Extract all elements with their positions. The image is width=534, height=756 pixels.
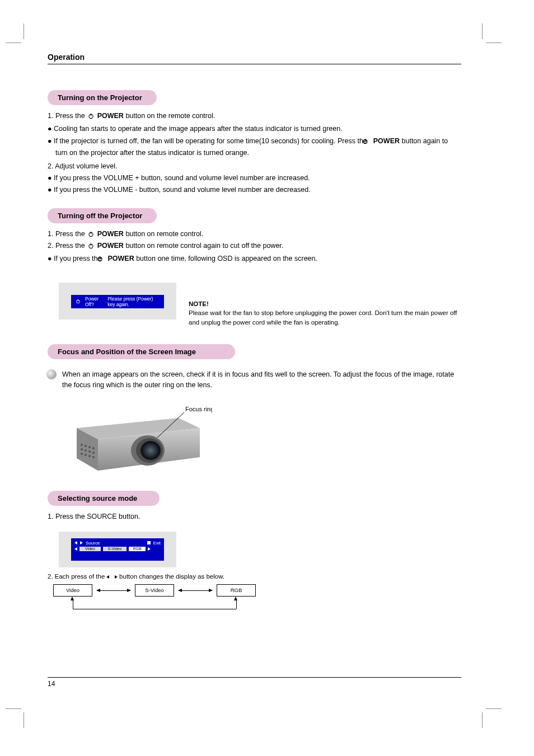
header-rule xyxy=(48,64,461,64)
left-arrow-icon xyxy=(106,575,109,579)
text-bold: POWER xyxy=(97,230,124,238)
osd-source-label: Source xyxy=(86,541,100,546)
text: If you press the VOLUME + button, sound … xyxy=(54,174,310,182)
text: If you press the xyxy=(54,255,104,262)
step-text: 1. Press the POWER button on remote cont… xyxy=(48,229,461,241)
line xyxy=(73,600,73,609)
bullet: ● If the projector is turned off, the fa… xyxy=(55,136,461,159)
text: button on remote control. xyxy=(125,230,203,238)
text: 1. Press the xyxy=(48,230,87,238)
text: Adjust volume level. xyxy=(55,162,117,170)
power-icon xyxy=(88,112,94,123)
step-text: 1. Press the SOURCE button. xyxy=(48,511,461,522)
cycle-arrow-icon xyxy=(97,590,130,591)
step-text: 1. Press the POWER button on the remote … xyxy=(48,111,461,123)
svg-point-16 xyxy=(85,445,87,447)
text: button on remote control again to cut of… xyxy=(125,242,283,250)
text: 1. Press the xyxy=(48,112,87,120)
section-heading-source: Selecting source mode xyxy=(48,491,160,506)
svg-point-20 xyxy=(85,449,87,452)
note-block: NOTE! Please wait for the fan to stop be… xyxy=(189,299,457,327)
right-arrow-icon xyxy=(115,575,118,579)
note-body: Please wait for the fan to stop before u… xyxy=(189,309,457,326)
step-text: 2. Press the POWER button on remote cont… xyxy=(48,241,461,252)
cycle-node: Video xyxy=(53,584,92,597)
section-heading-focus: Focus and Position of the Screen Image xyxy=(48,344,235,359)
svg-point-24 xyxy=(85,454,87,456)
osd-poweroff-hint: Please press (Power) key again. xyxy=(107,296,160,307)
osd-source-option: Video xyxy=(79,547,101,551)
osd-poweroff-box: Power Off? Please press (Power) key agai… xyxy=(59,283,176,320)
osd-source-box: Source Exit Video S-Video RGB xyxy=(59,532,176,567)
text-bold: POWER xyxy=(97,242,124,250)
bullet: ● If you press the VOLUME + button, soun… xyxy=(55,173,461,184)
text-bold: POWER xyxy=(97,112,124,120)
text: 2. Press the xyxy=(48,242,87,250)
svg-point-25 xyxy=(88,455,91,457)
projector-illustration: Focus ring xyxy=(67,396,461,482)
osd-source-option-selected: RGB xyxy=(129,547,146,551)
section-heading-turning-on: Turning on the Projector xyxy=(48,90,157,105)
crop-mark xyxy=(482,712,483,728)
crop-mark xyxy=(24,712,24,728)
cycle-node: RGB xyxy=(217,584,256,597)
arrow-icons xyxy=(106,573,117,580)
svg-point-18 xyxy=(92,447,95,449)
osd-source-exit: Exit xyxy=(153,541,161,546)
left-arrow-icon xyxy=(74,541,77,544)
crop-mark xyxy=(486,43,502,43)
text: 2. Each press of the xyxy=(48,573,106,580)
callout-label: Focus ring xyxy=(185,406,212,412)
text: 2. xyxy=(48,162,55,170)
footer-rule xyxy=(48,677,461,678)
left-arrow-icon xyxy=(74,547,77,551)
section-heading-turning-off: Turning off the Projector xyxy=(48,208,157,223)
up-arrow-icon xyxy=(71,597,74,600)
power-icon xyxy=(88,242,94,252)
osd-poweroff-label: Power Off? xyxy=(85,296,103,307)
stop-icon xyxy=(147,541,151,544)
bullet: ● Cooling fan starts to operate and the … xyxy=(55,124,461,134)
cycle-diagram: Video S-Video RGB xyxy=(53,584,277,618)
text: button one time, following OSD is appear… xyxy=(136,255,317,262)
osd-source-option: S-Video xyxy=(103,547,127,551)
svg-point-29 xyxy=(140,441,161,460)
text: Cooling fan starts to operate and the im… xyxy=(54,125,343,133)
power-icon xyxy=(76,299,81,304)
svg-point-19 xyxy=(81,448,83,450)
text: button changes the display as below. xyxy=(119,573,224,580)
note-title: NOTE! xyxy=(189,300,209,307)
crop-mark xyxy=(6,43,21,43)
text: If you press the VOLUME - button, sound … xyxy=(54,186,311,194)
svg-point-17 xyxy=(88,446,91,448)
svg-point-21 xyxy=(88,450,91,453)
page-number: 14 xyxy=(48,680,55,688)
osd-bluebox: Source Exit Video S-Video RGB xyxy=(71,538,164,561)
text: button on the remote control. xyxy=(125,112,215,120)
page-content: Operation Turning on the Projector 1. Pr… xyxy=(48,56,461,678)
svg-point-15 xyxy=(81,444,83,446)
cycle-caption: 2. Each press of the button changes the … xyxy=(48,573,461,580)
crop-mark xyxy=(24,24,24,39)
line xyxy=(73,609,236,609)
focus-text: When an image appears on the screen, che… xyxy=(62,369,461,391)
text-bold: POWER xyxy=(373,137,400,145)
osd-bluebox: Power Off? Please press (Power) key agai… xyxy=(71,295,164,308)
right-arrow-icon xyxy=(80,541,83,544)
step-bullet-icon xyxy=(46,369,57,379)
line xyxy=(236,600,237,609)
cycle-node: S-Video xyxy=(135,584,174,597)
crop-mark xyxy=(6,708,21,709)
svg-point-23 xyxy=(81,453,83,455)
bullet: ● If you press the VOLUME - button, soun… xyxy=(55,185,461,195)
crop-mark xyxy=(482,24,483,39)
up-arrow-icon xyxy=(234,597,237,600)
svg-point-26 xyxy=(92,456,95,458)
svg-point-22 xyxy=(92,452,95,454)
power-icon xyxy=(88,230,94,241)
right-arrow-icon xyxy=(148,547,151,551)
text: If the projector is turned off, the fan … xyxy=(54,137,369,145)
text-bold: POWER xyxy=(107,255,134,262)
page-title: Operation xyxy=(48,53,88,62)
bullet: ● If you press the POWER button one time… xyxy=(55,253,461,265)
